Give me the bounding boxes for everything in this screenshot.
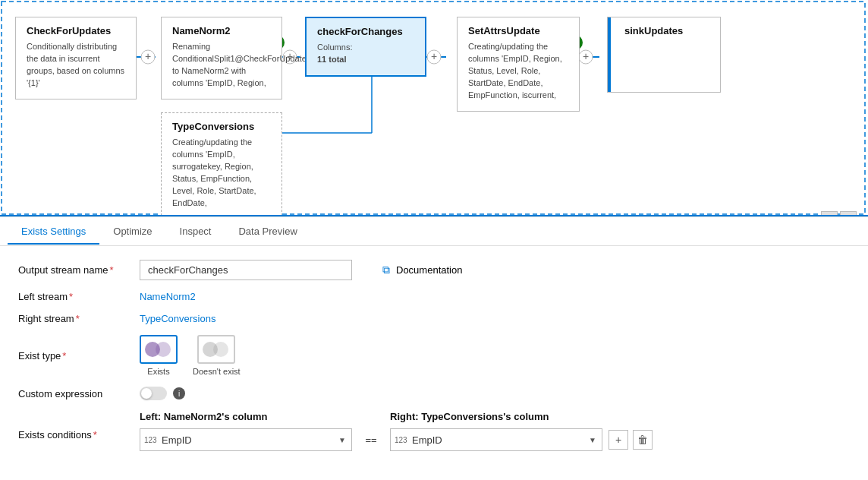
canvas-area: + + + + + → ∩ → CheckForUpdates Conditio… [0,0,868,216]
node-nameNorm2[interactable]: NameNorm2 Renaming ConditionalSplit1@Che… [161,17,282,99]
node-typeConversions[interactable]: TypeConversions Creating/updating the co… [161,112,282,216]
custom-expression-label: Custom expression [18,388,140,399]
toggle-knob [141,388,152,399]
svg-point-13 [579,50,593,64]
tab-exists-settings[interactable]: Exists Settings [8,219,99,245]
conditions-content: Left: NameNorm2's column Right: TypeConv… [140,411,653,451]
right-col-header: Right: TypeConversions's column [390,411,602,422]
col-headers: Left: NameNorm2's column Right: TypeConv… [140,411,653,422]
bottom-panel: Exists Settings Optimize Inspect Data Pr… [0,216,868,480]
node-checkForChanges-title: checkForChanges [317,26,414,37]
output-stream-input[interactable] [140,260,352,280]
node-setAttrsUpdate-desc: Creating/updating the columns 'EmpID, Re… [468,41,568,102]
tabs-row: Exists Settings Optimize Inspect Data Pr… [0,217,868,246]
settings-content: Output stream name* ⧉ Documentation Left… [0,246,868,480]
exists-label: Exists [147,367,169,376]
svg-text:+: + [145,50,151,62]
node-checkForUpdates-title: CheckForUpdates [27,25,125,36]
scroll-indicator [821,211,857,216]
output-stream-label: Output stream name* [18,264,140,276]
add-condition-button[interactable]: + [609,430,628,450]
right-type-badge: 123 [395,436,407,444]
doc-icon: ⧉ [382,264,390,276]
left-col-header: Left: NameNorm2's column [140,411,352,422]
node-checkForChanges-col-label: Columns: 11 total [317,42,414,66]
conditions-fields: 123 EmpID ▼ == 123 EmpID ▼ [140,428,653,451]
custom-expression-toggle[interactable] [140,387,167,400]
action-buttons: + 🗑 [609,430,653,450]
left-stream-row: Left stream* NameNorm2 [18,291,850,302]
doc-label: Documentation [396,264,462,276]
node-checkForChanges[interactable]: checkForChanges Columns: 11 total [305,17,426,77]
delete-condition-button[interactable]: 🗑 [633,430,653,450]
node-nameNorm2-desc: Renaming ConditionalSplit1@CheckForUpdat… [172,41,271,90]
operator-label: == [352,434,390,446]
exists-icon-selected [140,335,178,364]
exists-conditions-row: Exists conditions* Left: NameNorm2's col… [18,411,850,451]
left-field-select[interactable]: EmpID [140,428,352,451]
left-type-badge: 123 [144,436,157,444]
svg-text:+: + [583,50,589,62]
right-field-wrapper: 123 EmpID ▼ [390,428,602,451]
svg-point-7 [141,50,155,64]
exists-conditions-label: Exists conditions* [18,411,140,441]
left-field-wrapper: 123 EmpID ▼ [140,428,352,451]
right-stream-row: Right stream* TypeConversions [18,313,850,324]
exist-type-options: Exists Doesn't exist [140,335,241,376]
node-sinkUpdates-title: sinkUpdates [624,25,709,36]
node-checkForChanges-col-count: 11 total [317,55,347,64]
doesnt-exist-button[interactable]: Doesn't exist [193,335,241,376]
exists-venn [145,339,172,359]
doesnt-exist-label: Doesn't exist [193,367,241,376]
tab-optimize[interactable]: Optimize [99,219,165,245]
node-sinkUpdates[interactable]: sinkUpdates [607,17,721,93]
node-setAttrsUpdate[interactable]: SetAttrsUpdate Creating/updating the col… [457,17,580,112]
tab-data-preview[interactable]: Data Preview [225,219,310,245]
node-checkForUpdates-desc: Conditionally distributing the data in i… [27,41,125,90]
exist-type-label: Exist type* [18,350,140,362]
custom-expression-row: Custom expression i [18,387,850,400]
node-typeConversions-desc: Creating/updating the columns 'EmpID, su… [172,137,271,210]
documentation-section: ⧉ Documentation [382,264,462,276]
right-field-select[interactable]: EmpID [390,428,602,451]
right-stream-label: Right stream* [18,313,140,324]
node-nameNorm2-title: NameNorm2 [172,25,271,36]
tab-inspect[interactable]: Inspect [166,219,225,245]
doesnt-exist-venn [203,339,230,359]
output-stream-row: Output stream name* ⧉ Documentation [18,260,850,280]
doesnt-exist-icon [197,335,235,364]
left-stream-link[interactable]: NameNorm2 [140,291,196,302]
node-setAttrsUpdate-title: SetAttrsUpdate [468,25,568,36]
node-typeConversions-title: TypeConversions [172,121,271,132]
exist-type-row: Exist type* Exists [18,335,850,376]
left-stream-label: Left stream* [18,291,140,302]
info-icon[interactable]: i [173,387,185,399]
right-stream-link[interactable]: TypeConversions [140,313,215,324]
exists-button[interactable]: Exists [140,335,178,376]
node-checkForUpdates[interactable]: CheckForUpdates Conditionally distributi… [15,17,137,99]
svg-text:+: + [431,50,437,62]
svg-point-11 [427,50,441,64]
toggle-row: i [140,387,185,400]
